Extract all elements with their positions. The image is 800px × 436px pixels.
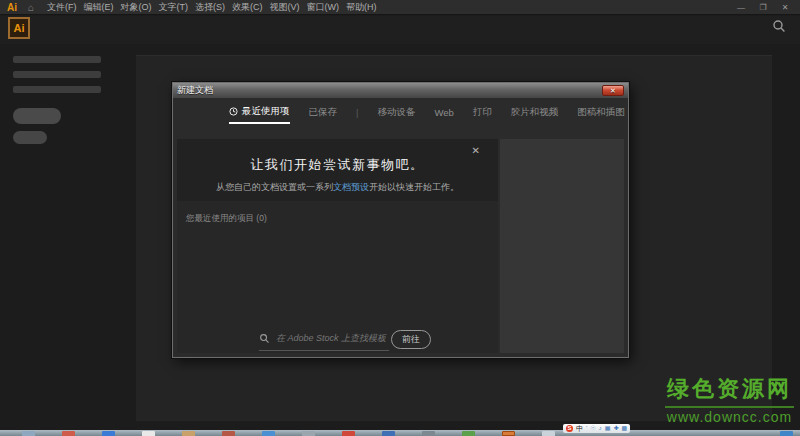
tab-web[interactable]: Web (434, 107, 453, 122)
taskbar-icon[interactable] (462, 431, 475, 436)
dialog-preset-detail-pane (500, 139, 624, 353)
dialog-body: 最近使用项 已保存 | 移动设备 Web 打印 胶片和视频 图稿和插图 ✕ 让我… (173, 98, 628, 357)
stock-search-input[interactable]: 在 Adobe Stock 上查找模板 (259, 332, 389, 351)
window-controls: — ❐ ✕ (736, 3, 800, 12)
menu-window[interactable]: 窗口(W) (307, 1, 340, 14)
new-document-dialog: 新建文档 ✕ 最近使用项 已保存 | 移动设备 Web 打印 胶片和视频 (172, 82, 629, 358)
ime-keyboard-icon[interactable]: ▦ (605, 424, 611, 433)
taskbar-icon[interactable] (542, 431, 555, 436)
skeleton-bar (13, 71, 101, 78)
tab-art-illustration[interactable]: 图稿和插图 (577, 106, 625, 123)
illustrator-window: Ai ⌂ 文件(F) 编辑(E) 对象(O) 文字(T) 选择(S) 效果(C)… (0, 0, 800, 436)
menu-help[interactable]: 帮助(H) (346, 1, 377, 14)
dialog-left-pane: ✕ 让我们开始尝试新事物吧。 从您自己的文档设置或一系列文档预设开始以快速开始工… (177, 139, 498, 353)
taskbar-icon[interactable] (62, 431, 75, 436)
search-icon[interactable] (771, 18, 787, 38)
minimize-button[interactable]: — (736, 3, 746, 12)
banner-close-icon[interactable]: ✕ (472, 145, 480, 156)
banner-heading: 让我们开始尝试新事物吧。 (177, 139, 498, 174)
sogou-icon[interactable]: S (566, 425, 573, 432)
stock-search-placeholder: 在 Adobe Stock 上查找模板 (276, 332, 386, 345)
banner-subtext: 从您自己的文档设置或一系列文档预设开始以快速开始工作。 (177, 181, 498, 194)
skeleton-pill (13, 108, 61, 124)
ime-skin-icon[interactable]: ▩ (621, 424, 627, 433)
tab-film-video[interactable]: 胶片和视频 (511, 106, 559, 123)
close-button[interactable]: ✕ (780, 3, 790, 12)
search-icon (259, 333, 270, 344)
dialog-titlebar[interactable]: 新建文档 ✕ (173, 83, 628, 98)
tab-mobile[interactable]: 移动设备 (377, 106, 415, 123)
tab-recent[interactable]: 最近使用项 (229, 105, 290, 124)
menu-effect[interactable]: 效果(C) (232, 1, 263, 14)
ime-toolbar[interactable]: S 中 ’ ☉ ♪ ▦ ✚ ▩ (563, 424, 630, 433)
taskbar-icon[interactable] (182, 431, 195, 436)
app-menubar: Ai ⌂ 文件(F) 编辑(E) 对象(O) 文字(T) 选择(S) 效果(C)… (0, 0, 800, 15)
illustrator-app-icon[interactable]: Ai (8, 17, 30, 39)
app-toolbar: Ai (0, 16, 800, 44)
taskbar-icon[interactable] (262, 431, 275, 436)
dialog-close-button[interactable]: ✕ (602, 85, 624, 96)
recent-items-label: 您最近使用的项目 (0) (186, 213, 267, 225)
document-presets-link[interactable]: 文档预设 (333, 182, 369, 192)
taskbar-icon[interactable] (422, 431, 435, 436)
tab-saved[interactable]: 已保存 (309, 106, 338, 123)
ime-toolbox-icon[interactable]: ✚ (613, 424, 618, 433)
watermark: 绿色资源网 www.downcc.com (665, 374, 794, 425)
taskbar-icon[interactable] (302, 431, 315, 436)
stock-search-row: 在 Adobe Stock 上查找模板 前往 (177, 329, 498, 351)
ime-emoji-icon[interactable]: ☉ (590, 424, 595, 433)
app-logo: Ai (7, 2, 17, 13)
ime-punct-icon[interactable]: ’ (586, 424, 587, 433)
skeleton-bar (13, 56, 101, 63)
taskbar-icon[interactable] (142, 431, 155, 436)
menu-object[interactable]: 对象(O) (121, 1, 152, 14)
taskbar-icon[interactable] (342, 431, 355, 436)
ime-mic-icon[interactable]: ♪ (599, 424, 602, 433)
menu-type[interactable]: 文字(T) (159, 1, 189, 14)
ime-mode-indicator[interactable]: 中 (576, 424, 583, 433)
tab-print[interactable]: 打印 (473, 106, 492, 123)
taskbar-icon[interactable] (222, 431, 235, 436)
watermark-site-name: 绿色资源网 (665, 374, 794, 408)
skeleton-bar (13, 86, 101, 93)
home-icon[interactable]: ⌂ (28, 2, 34, 13)
clock-icon (229, 107, 238, 116)
dialog-title: 新建文档 (177, 84, 213, 97)
taskbar-icon[interactable] (382, 431, 395, 436)
menu-select[interactable]: 选择(S) (195, 1, 225, 14)
dialog-tabs: 最近使用项 已保存 | 移动设备 Web 打印 胶片和视频 图稿和插图 (229, 104, 624, 124)
tray-icon[interactable] (780, 431, 793, 436)
taskbar-icon[interactable] (102, 431, 115, 436)
taskbar-icon[interactable] (22, 431, 35, 436)
taskbar-icon[interactable] (502, 431, 515, 436)
menu-edit[interactable]: 编辑(E) (84, 1, 114, 14)
skeleton-pill (13, 131, 47, 144)
onboarding-banner: ✕ 让我们开始尝试新事物吧。 从您自己的文档设置或一系列文档预设开始以快速开始工… (177, 139, 498, 201)
go-button[interactable]: 前往 (391, 330, 431, 349)
tab-divider: | (356, 107, 358, 122)
dialog-content: ✕ 让我们开始尝试新事物吧。 从您自己的文档设置或一系列文档预设开始以快速开始工… (177, 139, 624, 353)
windows-taskbar[interactable] (0, 430, 800, 436)
menu-view[interactable]: 视图(V) (270, 1, 300, 14)
watermark-site-url: www.downcc.com (665, 409, 794, 425)
menu-file[interactable]: 文件(F) (47, 1, 77, 14)
restore-button[interactable]: ❐ (758, 3, 768, 12)
